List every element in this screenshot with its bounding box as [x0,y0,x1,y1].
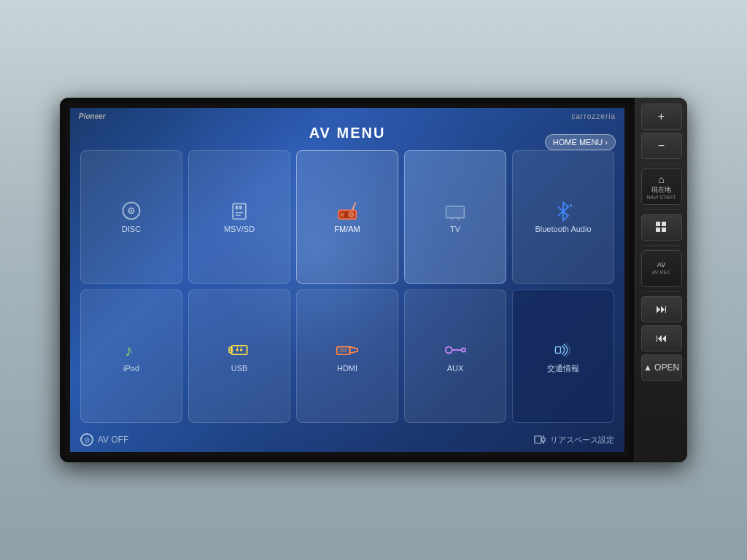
svg-point-38 [462,348,465,351]
menu-item-hdmi[interactable]: HDMI [296,289,398,423]
svg-rect-47 [662,228,666,232]
svg-rect-25 [231,346,247,354]
grid-icon [655,221,668,234]
svg-point-23 [570,204,573,207]
svg-point-36 [446,346,452,353]
eject-icon: ▲ OPEN [643,362,679,373]
traffic-label: 交通情報 [547,364,579,373]
home-sublabel: NAVI START [646,195,676,200]
svg-rect-46 [656,228,660,232]
menu-item-ipod[interactable]: ♪ iPod [80,289,182,423]
menu-item-traffic[interactable]: 交通情報 [512,289,614,423]
svg-point-14 [349,212,354,217]
usb-label: USB [231,364,248,373]
svg-rect-39 [555,346,560,353]
carrozzeria-brand: carrozzeria [572,112,616,120]
fmam-label: FM/AM [334,225,360,234]
traffic-icon [550,339,576,361]
head-unit: Pioneer carrozzeria AV MENU HOME MENU › [60,98,687,462]
hdmi-icon [334,339,360,361]
home-button[interactable]: ⌂ 現在地 NAVI START [641,168,682,205]
skip-back-icon: ⏮ [656,332,667,345]
av-button[interactable]: AV AV REC [641,250,682,287]
av-off-label: AV OFF [98,435,128,445]
menu-item-fmam[interactable]: FM/AM [296,150,398,284]
home-label: 現在地 [651,187,671,194]
volume-up-button[interactable]: + [641,104,682,130]
menu-grid: DISC MSV/SD [70,147,624,429]
menu-item-bluetooth[interactable]: Bluetooth Audio [512,150,614,284]
divider-4 [643,291,680,292]
msv-label: MSV/SD [224,225,255,234]
bluetooth-icon [550,200,576,222]
svg-rect-4 [236,206,239,209]
menu-item-usb[interactable]: USB [188,289,290,423]
svg-rect-40 [535,436,541,443]
svg-point-2 [131,210,133,212]
plus-icon: + [658,110,665,123]
menu-grid-button[interactable] [641,214,682,241]
minus-icon: − [658,139,665,152]
svg-point-29 [240,349,243,351]
svg-point-41 [542,438,546,442]
svg-text:♪: ♪ [125,342,133,359]
volume-down-button[interactable]: − [641,133,682,159]
fmam-icon [334,200,360,222]
pioneer-brand: Pioneer [79,112,106,120]
divider-1 [643,163,680,164]
svg-marker-33 [350,346,358,353]
svg-rect-16 [447,207,462,216]
svg-rect-5 [239,206,242,209]
menu-item-msv[interactable]: MSV/SD [188,150,290,284]
divider-2 [643,209,680,210]
tv-icon [442,200,468,222]
brand-bar: Pioneer carrozzeria [70,108,624,122]
hdmi-label: HDMI [337,364,357,373]
usb-icon [226,339,252,361]
skip-forward-icon: ⏭ [656,303,667,316]
aux-icon [442,339,468,361]
rear-setting-button[interactable]: リアスペース設定 [534,434,614,446]
av-off-icon: ⊘ [80,433,93,446]
menu-item-tv[interactable]: TV [404,150,506,284]
skip-back-button[interactable]: ⏮ [641,325,682,351]
av-off-button[interactable]: ⊘ AV OFF [80,433,128,446]
av-menu-title: AV MENU [70,122,624,147]
ipod-icon: ♪ [118,339,144,361]
av-sublabel: AV REC [652,270,671,275]
home-icon: ⌂ [658,174,664,185]
screen-outer: Pioneer carrozzeria AV MENU HOME MENU › [60,98,635,462]
screen-footer: ⊘ AV OFF リアスペース設定 [70,429,624,452]
svg-point-28 [236,349,239,351]
ipod-label: iPod [123,364,139,373]
rear-setting-label: リアスペース設定 [550,435,614,446]
screen-bezel: Pioneer carrozzeria AV MENU HOME MENU › [66,104,629,456]
menu-item-disc[interactable]: DISC [80,150,182,284]
av-label: AV [657,262,665,269]
svg-rect-32 [337,346,350,354]
settings-icon [534,434,546,446]
svg-rect-44 [656,222,660,226]
menu-item-aux[interactable]: AUX [404,289,506,423]
svg-rect-45 [662,222,666,226]
eject-button[interactable]: ▲ OPEN [641,354,682,381]
svg-line-13 [352,202,355,210]
bluetooth-label: Bluetooth Audio [535,225,591,234]
aux-label: AUX [447,364,464,373]
av-screen: Pioneer carrozzeria AV MENU HOME MENU › [70,108,624,452]
skip-forward-button[interactable]: ⏭ [641,296,682,322]
disc-icon [118,200,144,222]
side-button-panel: + − ⌂ 現在地 NAVI START [635,98,687,462]
car-frame: Pioneer carrozzeria AV MENU HOME MENU › [0,0,747,560]
svg-rect-3 [233,203,246,219]
tv-label: TV [450,225,460,234]
msv-icon [226,200,252,222]
disc-label: DISC [122,225,141,234]
divider-3 [643,245,680,246]
